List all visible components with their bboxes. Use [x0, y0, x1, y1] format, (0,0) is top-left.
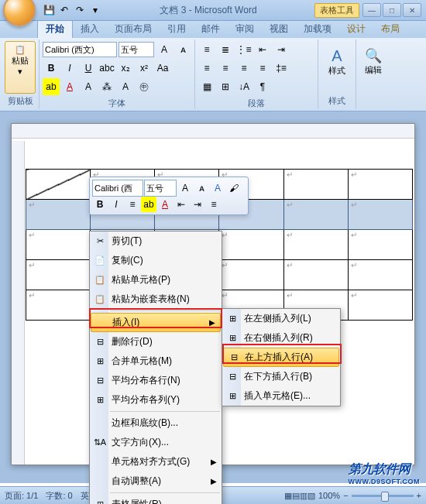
mini-italic-button[interactable]: I	[108, 197, 124, 212]
font-color-button[interactable]: A	[61, 78, 78, 95]
menu-autofit[interactable]: 自动调整(A)▶	[90, 471, 222, 491]
align-left-button[interactable]: ≡	[198, 60, 215, 77]
styles-icon[interactable]: A	[321, 47, 352, 65]
underline-button[interactable]: U	[80, 60, 97, 77]
show-marks-button[interactable]: ¶	[254, 78, 271, 95]
phonetic-button[interactable]: ⁂	[98, 78, 115, 95]
multilevel-button[interactable]: ⋮≡	[235, 41, 253, 58]
indent-dec-button[interactable]: ⇤	[254, 41, 271, 58]
zoom-out-button[interactable]: −	[343, 491, 348, 500]
clear-format-button[interactable]: A	[117, 78, 134, 95]
tab-review[interactable]: 审阅	[228, 20, 262, 38]
submenu-insert-col-left[interactable]: ⊞在左侧插入列(L)	[222, 309, 340, 328]
table-cell[interactable]: ↵	[348, 290, 412, 321]
table-cell[interactable]: ↵	[283, 200, 348, 230]
mini-format-painter-icon[interactable]: 🖌	[226, 180, 242, 196]
tab-addins[interactable]: 加载项	[296, 20, 339, 38]
table-cell[interactable]: ↵	[283, 170, 348, 200]
menu-cell-alignment[interactable]: 单元格对齐方式(G)▶	[90, 452, 222, 471]
align-center-button[interactable]: ≡	[217, 60, 234, 77]
menu-paste-nested[interactable]: 📋粘贴为嵌套表格(N)	[90, 290, 222, 309]
table-cell[interactable]: ↵	[348, 200, 412, 230]
strike-button[interactable]: abc	[98, 60, 115, 77]
table-cell[interactable]: ↵	[283, 230, 348, 260]
font-size-select[interactable]	[119, 42, 154, 57]
shading-button[interactable]: ▦	[198, 78, 215, 95]
mini-shrink-font-icon[interactable]: ᴀ	[194, 180, 209, 196]
menu-table-properties[interactable]: ⊞表格属性(R)...	[90, 495, 222, 504]
shrink-font-icon[interactable]: ᴀ	[174, 41, 191, 58]
table-cell[interactable]: ↵	[26, 290, 91, 321]
menu-distribute-cols[interactable]: ⊞平均分布各列(Y)	[90, 390, 222, 410]
subscript-button[interactable]: x₂	[117, 60, 134, 77]
font-name-select[interactable]	[43, 42, 117, 57]
tab-page-layout[interactable]: 页面布局	[107, 20, 160, 38]
menu-borders-shading[interactable]: 边框和底纹(B)...	[90, 413, 222, 433]
bold-button[interactable]: B	[43, 60, 60, 77]
paste-button[interactable]: 📋粘贴▾	[5, 41, 36, 94]
borders-button[interactable]: ⊞	[217, 78, 234, 95]
close-button[interactable]: ✕	[403, 3, 421, 17]
zoom-slider[interactable]	[352, 495, 414, 497]
indent-inc-button[interactable]: ⇥	[273, 41, 290, 58]
menu-merge-cells[interactable]: ⊞合并单元格(M)	[90, 351, 222, 371]
zoom-level[interactable]: 100%	[318, 491, 340, 500]
enclose-button[interactable]: ㊥	[136, 78, 153, 95]
menu-cut[interactable]: ✂剪切(T)	[90, 231, 222, 251]
table-cell[interactable]	[26, 170, 91, 200]
maximize-button[interactable]: □	[383, 3, 401, 17]
numbering-button[interactable]: ≣	[217, 41, 234, 58]
mini-indent-dec-button[interactable]: ⇤	[173, 197, 189, 212]
change-case-button[interactable]: Aa	[154, 60, 171, 77]
save-icon[interactable]: 💾	[42, 3, 56, 17]
table-cell[interactable]: ↵	[26, 200, 91, 230]
menu-delete-rows[interactable]: ⊟删除行(D)	[90, 332, 222, 351]
menu-insert[interactable]: 插入(I)▶	[91, 313, 221, 332]
mini-font-color-button[interactable]: A	[157, 197, 173, 212]
align-right-button[interactable]: ≡	[235, 60, 253, 77]
submenu-insert-cells[interactable]: ⊞插入单元格(E)...	[222, 386, 340, 406]
highlight-button[interactable]: ab	[43, 78, 60, 95]
submenu-insert-col-right[interactable]: ⊞在右侧插入列(R)	[222, 328, 340, 348]
vertical-ruler[interactable]	[12, 141, 25, 465]
status-words[interactable]: 字数: 0	[46, 490, 72, 502]
table-cell[interactable]: ↵	[348, 170, 412, 200]
italic-button[interactable]: I	[61, 60, 78, 77]
tab-references[interactable]: 引用	[160, 20, 194, 38]
redo-icon[interactable]: ↷	[73, 3, 87, 17]
table-cell[interactable]: ↵	[219, 260, 283, 290]
table-cell[interactable]: ↵	[26, 260, 91, 290]
justify-button[interactable]: ≡	[254, 60, 271, 77]
minimize-button[interactable]: —	[362, 3, 381, 17]
horizontal-ruler[interactable]	[12, 124, 414, 139]
table-cell[interactable]: ↵	[219, 230, 283, 260]
table-cell[interactable]: ↵	[283, 260, 348, 290]
mini-highlight-button[interactable]: ab	[141, 197, 156, 212]
mini-indent-inc-button[interactable]: ⇥	[190, 197, 205, 212]
tab-view[interactable]: 视图	[262, 20, 296, 38]
char-border-button[interactable]: A	[80, 78, 97, 95]
mini-font-name[interactable]	[92, 180, 143, 197]
tab-home[interactable]: 开始	[37, 19, 73, 38]
mini-bold-button[interactable]: B	[92, 197, 108, 212]
zoom-in-button[interactable]: +	[417, 491, 421, 500]
tab-table-layout[interactable]: 布局	[373, 20, 407, 38]
table-cell[interactable]: ↵	[26, 230, 91, 260]
table-cell[interactable]: ↵	[348, 230, 412, 260]
menu-text-direction[interactable]: ⇅A文字方向(X)...	[90, 433, 222, 452]
zoom-thumb[interactable]	[381, 492, 389, 502]
menu-paste-cells[interactable]: 📋粘贴单元格(P)	[90, 270, 222, 290]
tab-design[interactable]: 设计	[339, 20, 373, 38]
mini-style-icon[interactable]: A	[210, 180, 225, 196]
find-icon[interactable]: 🔍	[359, 47, 387, 64]
mini-font-size[interactable]	[144, 180, 177, 197]
mini-bullets-button[interactable]: ≡	[206, 197, 222, 212]
table-cell[interactable]: ↵	[348, 260, 412, 290]
tab-mail[interactable]: 邮件	[194, 20, 228, 38]
superscript-button[interactable]: x²	[136, 60, 153, 77]
mini-center-button[interactable]: ≡	[125, 197, 140, 212]
sort-button[interactable]: ↓A	[235, 78, 253, 95]
bullets-button[interactable]: ≡	[198, 41, 215, 58]
submenu-insert-row-below[interactable]: ⊟在下方插入行(B)	[222, 367, 340, 386]
status-page[interactable]: 页面: 1/1	[5, 490, 38, 502]
